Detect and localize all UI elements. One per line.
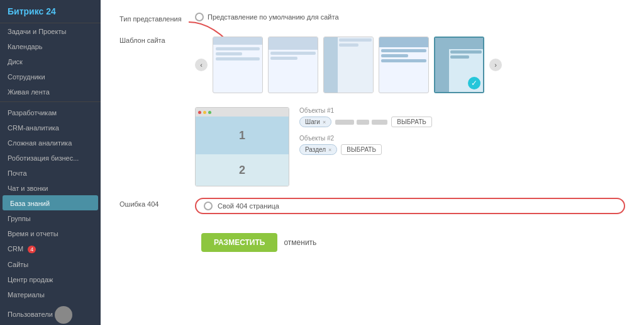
sidebar-item-materials[interactable]: Материалы: [0, 287, 101, 302]
type-radio-label: Представление по умолчанию для сайта: [208, 13, 339, 21]
browser-dot-yellow: [203, 111, 206, 114]
tag-chip-1[interactable]: Шаги ×: [299, 117, 331, 127]
tmpl-line: [270, 52, 316, 55]
tmpl-header-4: [379, 37, 428, 47]
sidebar-item-crm-analytics[interactable]: CRM-аналитика: [0, 120, 101, 135]
tmpl-body-1: [213, 45, 262, 93]
error404-label: Ошибка 404: [119, 198, 195, 208]
dash: [335, 120, 354, 125]
select-btn-2[interactable]: ВЫБРАТЬ: [341, 144, 382, 155]
sidebar-item-groups[interactable]: Группы: [0, 210, 101, 225]
sidebar-item-chat[interactable]: Чат и звонки: [0, 180, 101, 195]
type-radio-row: Представление по умолчанию для сайта: [195, 13, 625, 21]
sidebar-item-mail[interactable]: Почта: [0, 165, 101, 180]
main-content: Тип представления Представление по умолч…: [101, 0, 644, 325]
type-radio-circle[interactable]: [195, 13, 204, 21]
sidebar: Битрикс 24 Задачи и Проекты Календарь Ди…: [0, 0, 101, 325]
template-item-3[interactable]: [323, 37, 374, 93]
template-selected-check: ✓: [468, 77, 480, 89]
settings-block-2: Объекты #2 Раздел × ВЫБРАТЬ: [299, 135, 625, 155]
sidebar-item-timereports[interactable]: Время и отчеты: [0, 225, 101, 241]
sidebar-item-helpcenter[interactable]: Центр продаж: [0, 271, 101, 287]
sidebar-divider-1: [0, 101, 101, 102]
tmpl-sidebar-layout: [324, 37, 373, 93]
preview-section-1: 1: [196, 117, 289, 154]
tmpl-line: [216, 57, 260, 60]
dashes-1: [335, 120, 387, 125]
tag-remove-1[interactable]: ×: [323, 119, 326, 125]
browser-dot-green: [208, 111, 211, 114]
tmpl-line: [216, 52, 242, 55]
action-buttons: РАЗМЕСТИТЬ отменить: [119, 227, 625, 252]
template-item-1[interactable]: [213, 37, 263, 93]
browser-bar: [196, 108, 289, 117]
preview-browser: 1 2: [195, 107, 289, 186]
editor-row: 1 2 Объекты #1 Шаги: [119, 105, 625, 186]
dash: [372, 120, 387, 125]
template-row: Шаблон сайта ‹: [119, 34, 625, 93]
preview-section-2: 2: [196, 154, 289, 186]
error404-content: Свой 404 страница: [195, 198, 625, 214]
tmpl-header-5: [435, 38, 483, 49]
template-item-4[interactable]: [379, 37, 429, 93]
template-item-5[interactable]: ✓: [434, 37, 484, 93]
browser-dot-red: [198, 111, 201, 114]
template-content: ‹: [195, 34, 625, 93]
page-preview: 1 2: [195, 107, 289, 186]
carousel-prev[interactable]: ‹: [195, 59, 208, 71]
type-content: Представление по умолчанию для сайта: [195, 13, 625, 21]
sidebar-item-livefeed[interactable]: Живая лента: [0, 84, 101, 99]
tmpl-line: [339, 38, 372, 42]
sidebar-item-developers[interactable]: Разработчикам: [0, 105, 101, 120]
sidebar-item-calendar[interactable]: Календарь: [0, 38, 101, 54]
dash: [357, 120, 369, 125]
tmpl-line: [450, 50, 482, 54]
tmpl-header-1: [213, 37, 262, 45]
carousel-next[interactable]: ›: [489, 59, 502, 71]
tmpl-side-5: [435, 49, 449, 92]
sidebar-item-complex-analytics[interactable]: Сложная аналитика: [0, 135, 101, 150]
crm-badge: 4: [28, 246, 36, 253]
cancel-button[interactable]: отменить: [284, 238, 316, 247]
tmpl-line: [381, 54, 408, 57]
tmpl-line: [339, 43, 358, 47]
sidebar-item-biz-automation[interactable]: Роботизация бизнес...: [0, 150, 101, 165]
tmpl-line: [381, 49, 426, 52]
error404-option-label: Свой 404 страница: [218, 202, 279, 210]
error404-radio[interactable]: [204, 202, 213, 210]
app-title-accent: 24: [46, 6, 56, 16]
block2-tags-row: Раздел × ВЫБРАТЬ: [299, 144, 625, 155]
tmpl-body-2: [269, 50, 318, 64]
sidebar-item-sites[interactable]: Сайты: [0, 256, 101, 271]
tmpl-line: [381, 59, 426, 62]
tmpl-line: [216, 47, 260, 50]
tag-remove-2[interactable]: ×: [328, 147, 331, 153]
sidebar-item-crm[interactable]: CRM 4: [0, 241, 101, 256]
app-logo: Битрикс 24: [0, 0, 101, 23]
tmpl-header-2: [269, 37, 318, 50]
error404-radio-group: Свой 404 страница: [195, 198, 625, 214]
tmpl-body-4: [379, 47, 428, 66]
block1-tags-row: Шаги × ВЫБРАТЬ: [299, 117, 625, 127]
tmpl-side: [324, 37, 338, 93]
app-title: Битрикс: [8, 6, 43, 16]
block1-label: Объекты #1: [299, 107, 625, 114]
tag-chip-2[interactable]: Раздел ×: [299, 144, 337, 155]
sidebar-item-knowledge[interactable]: База знаний: [3, 195, 98, 210]
page-editor: 1 2 Объекты #1 Шаги: [195, 107, 625, 186]
type-row: Тип представления Представление по умолч…: [119, 13, 625, 23]
editor-content: 1 2 Объекты #1 Шаги: [195, 105, 625, 186]
error404-row: Ошибка 404 Свой 404 страница: [119, 198, 625, 214]
save-button[interactable]: РАЗМЕСТИТЬ: [201, 233, 277, 252]
template-carousel: ‹: [195, 37, 625, 93]
template-label: Шаблон сайта: [119, 34, 195, 44]
tmpl-main: [338, 37, 373, 93]
sidebar-item-employees[interactable]: Сотрудники: [0, 69, 101, 84]
sidebar-item-tasks[interactable]: Задачи и Проекты: [0, 23, 101, 38]
sidebar-item-profile[interactable]: Пользователи: [0, 302, 101, 325]
select-btn-1[interactable]: ВЫБРАТЬ: [391, 117, 432, 127]
type-label: Тип представления: [119, 13, 195, 23]
template-item-2[interactable]: [268, 37, 318, 93]
sidebar-item-disk[interactable]: Диск: [0, 54, 101, 69]
tmpl-line: [450, 55, 469, 59]
